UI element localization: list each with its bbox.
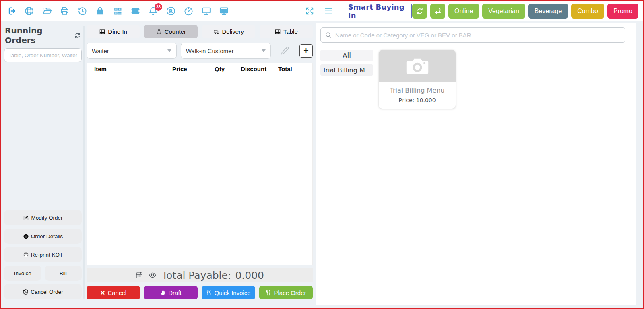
bell-icon[interactable]: 38 <box>148 6 158 16</box>
sidebar-scrollbar[interactable] <box>83 26 85 299</box>
close-icon: ✕ <box>100 290 105 296</box>
vegetarian-filter-button[interactable]: Vegetarian <box>482 4 525 19</box>
sync-button[interactable] <box>412 4 427 19</box>
catalog-body: All Trial Billing M... Trial Billing Men… <box>320 50 631 109</box>
waiter-select[interactable]: Waiter <box>87 43 177 59</box>
category-trial-billing[interactable]: Trial Billing M... <box>320 64 373 76</box>
refresh-orders-icon[interactable] <box>74 32 81 39</box>
running-orders-header: Running Orders <box>4 25 82 48</box>
customer-select-value: Walk-in Customer <box>186 47 234 54</box>
toolbar-right-group: Online Vegetarian Beverage Combo Promo <box>412 4 638 19</box>
text-caret <box>334 31 334 39</box>
chevron-down-icon <box>262 49 266 52</box>
order-meta-row: Waiter Walk-in Customer + <box>87 43 313 59</box>
monitor-alt-icon[interactable] <box>219 6 229 16</box>
printer-icon <box>23 252 29 258</box>
camera-icon <box>405 57 430 75</box>
reprint-kot-label: Re-print KOT <box>31 252 63 258</box>
column-item: Item <box>87 66 172 72</box>
bag-icon <box>156 29 162 35</box>
catalog-search-input[interactable] <box>332 32 621 39</box>
order-details-label: Order Details <box>31 233 63 239</box>
product-price: Price: 10.000 <box>379 97 456 103</box>
expand-arrows-icon[interactable] <box>305 6 315 16</box>
tab-table[interactable]: Table <box>260 25 313 38</box>
printer-icon[interactable] <box>60 6 70 16</box>
customer-select[interactable]: Walk-in Customer <box>181 43 271 59</box>
gauge-icon[interactable] <box>184 6 194 16</box>
quick-invoice-button[interactable]: Quick Invoice <box>202 286 255 299</box>
category-all[interactable]: All <box>320 50 373 61</box>
order-action-buttons: ✕ Cancel Draft Quick Invoice Place Order <box>87 286 313 299</box>
product-card[interactable]: Trial Billing Menu Price: 10.000 <box>379 50 456 109</box>
cancel-button[interactable]: ✕ Cancel <box>87 286 140 299</box>
notification-badge: 38 <box>155 3 162 11</box>
cancel-label: Cancel <box>107 289 126 296</box>
menu-icon[interactable] <box>324 6 334 16</box>
tab-delivery-label: Delivery <box>222 28 244 35</box>
shopping-bag-icon[interactable] <box>95 6 105 16</box>
folder-open-icon[interactable] <box>42 6 52 16</box>
column-discount: Discount <box>241 66 278 72</box>
app-title: Smart Buying In <box>348 3 407 20</box>
bill-button[interactable]: Bill <box>45 266 82 281</box>
invoice-button[interactable]: Invoice <box>4 266 41 281</box>
info-icon <box>23 233 29 239</box>
column-price: Price <box>172 66 215 72</box>
running-orders-search-input[interactable] <box>4 48 82 62</box>
top-toolbar: 38 Smart Buying In Online Vegetarian Bev… <box>1 1 643 21</box>
utensils-icon <box>266 290 271 296</box>
modify-order-button[interactable]: Modify Order <box>4 210 82 225</box>
waiter-select-value: Waiter <box>92 47 109 54</box>
total-payable-label: Total Payable: <box>162 270 231 281</box>
reprint-kot-button[interactable]: Re-print KOT <box>4 247 82 262</box>
catalog-search-bar <box>320 27 625 43</box>
ticket-icon[interactable] <box>130 6 140 16</box>
cancel-order-button[interactable]: Cancel Order <box>4 284 82 299</box>
eye-icon[interactable] <box>149 271 157 279</box>
add-customer-button[interactable]: + <box>299 44 313 58</box>
product-image-placeholder <box>379 50 456 82</box>
beverage-filter-button[interactable]: Beverage <box>528 4 568 19</box>
search-icon <box>325 31 332 39</box>
qr-code-icon[interactable] <box>113 6 123 16</box>
registered-icon[interactable] <box>166 6 176 16</box>
product-grid: Trial Billing Menu Price: 10.000 <box>373 50 631 109</box>
tab-counter-label: Counter <box>165 28 186 35</box>
order-items-table: Item Price Qty Discount Total <box>87 63 313 265</box>
hand-icon <box>160 290 166 296</box>
sign-out-icon[interactable] <box>6 6 17 16</box>
tab-dine-in[interactable]: Dine In <box>87 25 140 38</box>
tab-dine-in-label: Dine In <box>108 28 127 35</box>
draft-label: Draft <box>168 289 182 296</box>
order-details-button[interactable]: Order Details <box>4 229 82 244</box>
history-icon[interactable] <box>77 6 87 16</box>
tab-delivery[interactable]: Delivery <box>202 25 255 38</box>
edit-customer-icon[interactable] <box>280 45 290 56</box>
combo-filter-button[interactable]: Combo <box>571 4 604 19</box>
globe-icon[interactable] <box>24 6 34 16</box>
running-orders-title: Running Orders <box>5 26 74 45</box>
toolbar-icon-group: 38 <box>6 6 229 16</box>
tab-table-label: Table <box>283 28 298 35</box>
swap-button[interactable] <box>430 4 445 19</box>
utensils-icon <box>206 290 212 296</box>
place-order-button[interactable]: Place Order <box>259 286 313 299</box>
order-table-header: Item Price Qty Discount Total <box>87 63 312 75</box>
table-grid-icon <box>99 29 105 35</box>
column-total: Total <box>278 66 312 72</box>
brand-area: Smart Buying In <box>343 3 412 20</box>
title-separator-right <box>411 4 412 18</box>
running-orders-sidebar: Running Orders Modify Order Order Detail… <box>4 25 82 299</box>
calendar-icon[interactable] <box>135 271 143 279</box>
tab-counter[interactable]: Counter <box>144 25 197 38</box>
monitor-icon[interactable] <box>201 6 211 16</box>
toolbar-mid-group <box>305 6 334 16</box>
promo-filter-button[interactable]: Promo <box>607 4 638 19</box>
title-separator-left <box>343 4 343 18</box>
bill-label: Bill <box>60 270 67 276</box>
draft-button[interactable]: Draft <box>144 286 198 299</box>
online-filter-button[interactable]: Online <box>448 4 479 19</box>
invoice-bill-row: Invoice Bill <box>4 262 82 281</box>
category-list: All Trial Billing M... <box>320 50 373 109</box>
